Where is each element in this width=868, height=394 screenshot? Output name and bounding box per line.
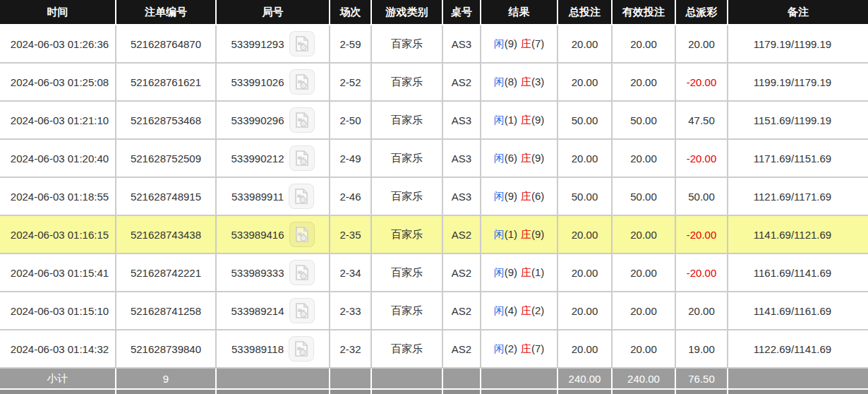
- table-row[interactable]: 2024-06-03 01:18:55 521628748915 5339899…: [0, 178, 868, 216]
- subtotal-empty-cell: [372, 369, 443, 390]
- time-cell: 2024-06-03 01:21:10: [0, 102, 116, 140]
- table-no-cell: AS3: [443, 25, 481, 64]
- payout-cell: -20.00: [676, 64, 728, 102]
- result-player-label: 闲: [494, 76, 505, 88]
- col-header-session: 场次: [330, 0, 372, 25]
- col-header-total-bet: 总投注: [558, 0, 613, 25]
- video-replay-button[interactable]: [289, 107, 315, 133]
- total-bet-cell: 20.00: [558, 64, 613, 102]
- result-player-points: (8): [505, 76, 517, 88]
- session-cell: 2-46: [330, 178, 372, 216]
- bet-no-cell: 521628739840: [116, 330, 217, 369]
- table-row[interactable]: 2024-06-03 01:20:40 521628752509 5339902…: [0, 140, 868, 178]
- time-cell: 2024-06-03 01:25:08: [0, 64, 116, 102]
- video-replay-button[interactable]: [289, 298, 315, 323]
- table-row[interactable]: 2024-06-03 01:14:32 521628739840 5339891…: [0, 330, 868, 369]
- table-footer: 小计 9 240.00 240.00 76.50: [0, 369, 868, 394]
- video-replay-button[interactable]: [289, 31, 315, 56]
- subtotal-empty-cell: [728, 369, 868, 390]
- col-header-valid-bet: 有效投注: [613, 0, 676, 25]
- video-replay-button[interactable]: [289, 69, 315, 95]
- remark-cell: 1121.69/1171.69: [728, 178, 868, 216]
- result-banker-label: 庄: [521, 114, 531, 126]
- result-banker-points: (9): [531, 152, 544, 164]
- subtotal-empty-cell: [481, 369, 558, 390]
- valid-bet-cell: 20.00: [613, 216, 676, 254]
- col-header-bet-no: 注单编号: [116, 0, 217, 25]
- game-no-text: 533989214: [231, 305, 284, 317]
- video-file-icon: [294, 150, 310, 167]
- remark-cell: 1151.69/1199.19: [728, 102, 868, 140]
- subtotal-payout: 76.50: [676, 369, 728, 390]
- result-banker-points: (7): [531, 342, 544, 354]
- game-type-cell: 百家乐: [372, 64, 443, 102]
- result-banker-label: 庄: [521, 190, 531, 202]
- table-no-cell: AS2: [443, 330, 481, 369]
- valid-bet-cell: 20.00: [613, 292, 676, 330]
- remark-cell: 1171.69/1151.69: [728, 140, 868, 178]
- next-section-header-strip: [0, 390, 868, 394]
- game-type-cell: 百家乐: [372, 330, 443, 369]
- video-file-icon: [294, 340, 309, 357]
- result-player-points: (9): [505, 266, 517, 278]
- video-replay-button[interactable]: [289, 145, 315, 171]
- game-type-cell: 百家乐: [372, 178, 443, 216]
- remark-cell: 1141.69/1121.69: [728, 216, 868, 254]
- table-no-cell: AS3: [443, 102, 481, 140]
- result-banker-points: (3): [531, 76, 544, 88]
- payout-cell: -20.00: [676, 216, 728, 254]
- payout-cell: 50.00: [676, 178, 728, 216]
- video-replay-button[interactable]: [289, 336, 314, 362]
- valid-bet-cell: 50.00: [613, 178, 676, 216]
- game-no-cell: 533990296: [217, 102, 330, 140]
- result-cell: 闲(8)庄(3): [481, 64, 558, 102]
- game-no-text: 533991293: [231, 38, 284, 50]
- remark-cell: 1141.69/1161.69: [728, 292, 868, 330]
- subtotal-empty-cell: [330, 369, 372, 390]
- game-no-text: 533989118: [231, 343, 284, 355]
- video-replay-button[interactable]: [289, 184, 314, 209]
- subtotal-row: 小计 9 240.00 240.00 76.50: [0, 369, 868, 390]
- remark-cell: 1179.19/1199.19: [728, 25, 868, 64]
- table-row[interactable]: 2024-06-03 01:15:10 521628741258 5339892…: [0, 292, 868, 330]
- result-player-label: 闲: [494, 228, 505, 240]
- result-player-points: (1): [505, 228, 517, 240]
- session-cell: 2-32: [330, 330, 372, 369]
- valid-bet-cell: 20.00: [613, 254, 676, 292]
- table-row[interactable]: 2024-06-03 01:16:15 521628743438 5339894…: [0, 216, 868, 254]
- table-row[interactable]: 2024-06-03 01:26:36 521628764870 5339912…: [0, 25, 868, 64]
- payout-cell: -20.00: [676, 254, 728, 292]
- game-no-text: 533990296: [231, 114, 284, 126]
- game-type-cell: 百家乐: [372, 25, 443, 64]
- total-bet-cell: 20.00: [558, 330, 613, 369]
- total-bet-cell: 20.00: [558, 25, 613, 64]
- remark-cell: 1122.69/1141.69: [728, 330, 868, 369]
- game-no-cell: 533989911: [217, 178, 330, 216]
- session-cell: 2-34: [330, 254, 372, 292]
- table-no-cell: AS2: [443, 216, 481, 254]
- video-file-icon: [294, 188, 309, 205]
- bet-no-cell: 521628752509: [116, 140, 217, 178]
- table-row[interactable]: 2024-06-03 01:15:41 521628742221 5339893…: [0, 254, 868, 292]
- video-file-icon: [294, 35, 310, 52]
- time-cell: 2024-06-03 01:14:32: [0, 330, 116, 369]
- total-bet-cell: 20.00: [558, 254, 613, 292]
- table-row[interactable]: 2024-06-03 01:25:08 521628761621 5339910…: [0, 64, 868, 102]
- col-header-payout: 总派彩: [676, 0, 728, 25]
- bet-no-cell: 521628748915: [116, 178, 217, 216]
- game-no-text: 533989416: [231, 229, 284, 241]
- video-file-icon: [294, 264, 310, 281]
- game-no-cell: 533991026: [217, 64, 330, 102]
- bet-no-cell: 521628741258: [116, 292, 217, 330]
- session-cell: 2-33: [330, 292, 372, 330]
- result-player-label: 闲: [494, 37, 505, 49]
- game-type-cell: 百家乐: [372, 292, 443, 330]
- time-cell: 2024-06-03 01:20:40: [0, 140, 116, 178]
- game-type-cell: 百家乐: [372, 102, 443, 140]
- video-replay-button[interactable]: [289, 222, 315, 247]
- table-row[interactable]: 2024-06-03 01:21:10 521628753468 5339902…: [0, 102, 868, 140]
- total-bet-cell: 20.00: [558, 140, 613, 178]
- bet-no-cell: 521628764870: [116, 25, 217, 64]
- game-no-text: 533991026: [231, 76, 284, 88]
- video-replay-button[interactable]: [289, 260, 315, 285]
